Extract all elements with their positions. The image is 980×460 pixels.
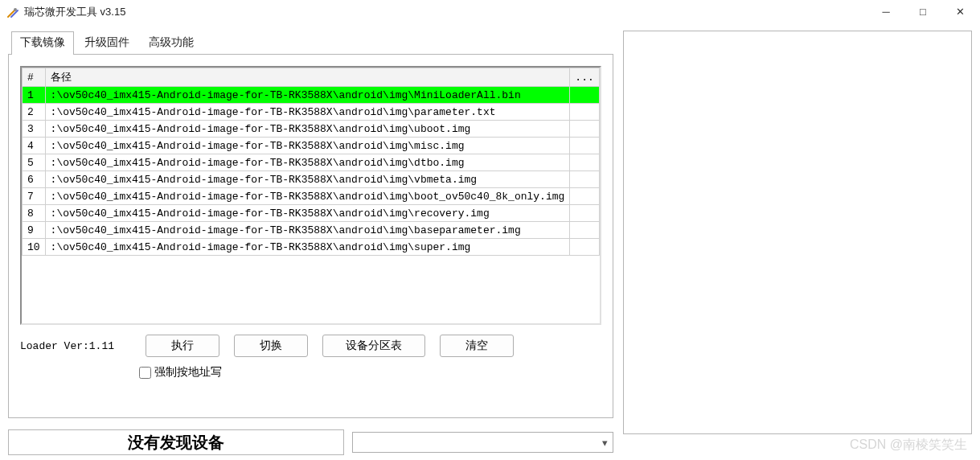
col-index-header[interactable]: # (23, 68, 46, 87)
app-icon (6, 6, 19, 18)
row-path: :\ov50c40_imx415-Android-image-for-TB-RK… (45, 138, 570, 154)
table-row[interactable]: 1:\ov50c40_imx415-Android-image-for-TB-R… (23, 87, 600, 104)
minimize-button[interactable]: ─ (867, 0, 904, 24)
device-status: 没有发现设备 (8, 429, 344, 455)
row-index: 5 (23, 154, 46, 171)
table-row[interactable]: 9:\ov50c40_imx415-Android-image-for-TB-R… (23, 222, 600, 239)
row-path: :\ov50c40_imx415-Android-image-for-TB-RK… (45, 121, 570, 138)
row-index: 4 (23, 138, 46, 154)
row-path: :\ov50c40_imx415-Android-image-for-TB-RK… (45, 87, 570, 104)
row-more[interactable] (570, 171, 599, 188)
svg-point-2 (14, 8, 17, 11)
window-title: 瑞芯微开发工具 v3.15 (24, 5, 867, 19)
partition-table-button[interactable]: 设备分区表 (322, 335, 425, 357)
row-index: 7 (23, 188, 46, 205)
device-combo[interactable]: ▾ (352, 432, 613, 453)
tab-upgrade-firmware[interactable]: 升级固件 (76, 31, 138, 55)
row-more[interactable] (570, 239, 599, 256)
row-more[interactable] (570, 121, 599, 138)
table-row[interactable]: 4:\ov50c40_imx415-Android-image-for-TB-R… (23, 138, 600, 154)
table-row[interactable]: 2:\ov50c40_imx415-Android-image-for-TB-R… (23, 104, 600, 121)
force-write-row: 强制按地址写 (139, 365, 601, 380)
log-panel (623, 31, 972, 434)
row-more[interactable] (570, 222, 599, 239)
table-row[interactable]: 5:\ov50c40_imx415-Android-image-for-TB-R… (23, 154, 600, 171)
action-row: Loader Ver:1.11 执行 切换 设备分区表 清空 (20, 335, 601, 357)
tab-download-image[interactable]: 下载镜像 (11, 31, 74, 55)
row-more[interactable] (570, 138, 599, 154)
row-path: :\ov50c40_imx415-Android-image-for-TB-RK… (45, 205, 570, 222)
row-more[interactable] (570, 154, 599, 171)
table-row[interactable]: 8:\ov50c40_imx415-Android-image-for-TB-R… (23, 205, 600, 222)
row-path: :\ov50c40_imx415-Android-image-for-TB-RK… (45, 104, 570, 121)
maximize-button[interactable]: □ (904, 0, 941, 24)
row-more[interactable] (570, 104, 599, 121)
clear-button[interactable]: 清空 (440, 335, 514, 357)
tab-bar: 下载镜像 升级固件 高级功能 (11, 31, 613, 54)
force-write-checkbox[interactable] (139, 367, 151, 379)
main-panel: # 各径 ... 1:\ov50c40_imx415-Android-image… (8, 54, 613, 418)
table-row[interactable]: 7:\ov50c40_imx415-Android-image-for-TB-R… (23, 188, 600, 205)
execute-button[interactable]: 执行 (146, 335, 219, 357)
row-more[interactable] (570, 188, 599, 205)
row-index: 9 (23, 222, 46, 239)
status-bar: 没有发现设备 ▾ (8, 429, 613, 455)
row-path: :\ov50c40_imx415-Android-image-for-TB-RK… (45, 222, 570, 239)
table-row[interactable]: 10:\ov50c40_imx415-Android-image-for-TB-… (23, 239, 600, 256)
close-button[interactable]: ✕ (941, 0, 978, 24)
force-write-label[interactable]: 强制按地址写 (154, 365, 222, 380)
loader-version-label: Loader Ver:1.11 (20, 340, 125, 352)
row-path: :\ov50c40_imx415-Android-image-for-TB-RK… (45, 154, 570, 171)
row-path: :\ov50c40_imx415-Android-image-for-TB-RK… (45, 171, 570, 188)
table-row[interactable]: 6:\ov50c40_imx415-Android-image-for-TB-R… (23, 171, 600, 188)
row-index: 2 (23, 104, 46, 121)
row-index: 6 (23, 171, 46, 188)
switch-button[interactable]: 切换 (234, 335, 308, 357)
row-index: 1 (23, 87, 46, 104)
col-more-header[interactable]: ... (570, 68, 599, 87)
row-index: 10 (23, 239, 46, 256)
row-path: :\ov50c40_imx415-Android-image-for-TB-RK… (45, 188, 570, 205)
tab-advanced[interactable]: 高级功能 (140, 31, 203, 55)
row-path: :\ov50c40_imx415-Android-image-for-TB-RK… (45, 239, 570, 256)
chevron-down-icon: ▾ (602, 437, 608, 449)
row-more[interactable] (570, 87, 599, 104)
row-more[interactable] (570, 205, 599, 222)
window-controls: ─ □ ✕ (867, 0, 978, 24)
table-row[interactable]: 3:\ov50c40_imx415-Android-image-for-TB-R… (23, 121, 600, 138)
row-index: 8 (23, 205, 46, 222)
col-path-header[interactable]: 各径 (45, 68, 570, 87)
row-index: 3 (23, 121, 46, 138)
image-table[interactable]: # 各径 ... 1:\ov50c40_imx415-Android-image… (20, 66, 601, 325)
titlebar: 瑞芯微开发工具 v3.15 ─ □ ✕ (0, 0, 980, 24)
